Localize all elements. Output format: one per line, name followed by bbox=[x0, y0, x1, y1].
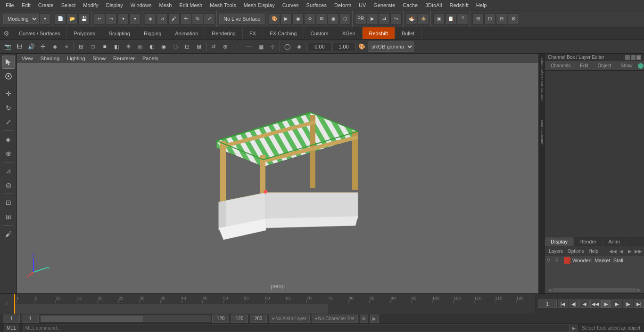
tab-polygons[interactable]: Polygons bbox=[67, 27, 102, 39]
render-view-btn[interactable]: 🖥 bbox=[316, 13, 327, 24]
range-slider[interactable] bbox=[41, 316, 211, 322]
light-btn[interactable]: ☀ bbox=[123, 41, 134, 52]
menu-mesh[interactable]: Mesh bbox=[155, 1, 175, 9]
tab-fx[interactable]: FX bbox=[243, 27, 263, 39]
menu-create[interactable]: Create bbox=[34, 1, 58, 9]
snap2-btn[interactable]: ◈ bbox=[49, 41, 60, 52]
pb-next-key-btn[interactable]: |▶ bbox=[623, 300, 633, 308]
pb-play-back-btn[interactable]: ◀◀ bbox=[590, 300, 601, 308]
rs-extra-btn[interactable]: ⇆ bbox=[390, 13, 402, 24]
layer-icon-4[interactable]: ▶▶ bbox=[635, 247, 642, 255]
loop-btn[interactable]: ↺ bbox=[208, 41, 219, 52]
solid-btn[interactable]: ■ bbox=[99, 41, 110, 52]
cb-maximize-btn[interactable] bbox=[631, 55, 636, 60]
bowl-btn[interactable]: 🍜 bbox=[406, 13, 417, 24]
menu-uv[interactable]: UV bbox=[355, 1, 370, 9]
cb-close-btn[interactable]: ✕ bbox=[636, 55, 641, 60]
layer-scroll-left[interactable]: ◀ bbox=[547, 287, 553, 292]
soft-select[interactable]: ◎ bbox=[2, 178, 15, 192]
undo-queue-btn[interactable]: ▾ bbox=[117, 13, 129, 24]
layer-color-swatch[interactable] bbox=[564, 257, 570, 264]
rs-log-btn[interactable]: 📋 bbox=[445, 13, 456, 24]
menu-edit-mesh[interactable]: Edit Mesh bbox=[175, 1, 206, 9]
gamma-selector[interactable]: sRGB gamma bbox=[368, 41, 414, 52]
scale-input[interactable]: 1.00 bbox=[332, 42, 355, 51]
layer-icon-1[interactable]: ◀◀ bbox=[609, 247, 617, 255]
menu-generate[interactable]: Generate bbox=[370, 1, 399, 9]
face-btn[interactable]: ▦ bbox=[255, 41, 266, 52]
tab-settings-gear[interactable]: ⚙ bbox=[0, 27, 12, 40]
layer-tab-render[interactable]: Render bbox=[574, 237, 603, 246]
tab-redshift[interactable]: Redshift bbox=[363, 27, 395, 39]
menu-3dtall[interactable]: 3DtoAll bbox=[421, 1, 446, 9]
pb-start-btn[interactable]: |◀ bbox=[558, 300, 568, 308]
menu-surfaces[interactable]: Surfaces bbox=[303, 1, 330, 9]
menu-file[interactable]: File bbox=[2, 1, 18, 9]
rotate-tool2[interactable]: ↻ bbox=[2, 101, 15, 114]
lasso-btn[interactable]: ⊿ bbox=[157, 13, 168, 24]
timeline-ruler-area[interactable]: 1 5 10 15 20 25 30 35 40 45 50 bbox=[14, 294, 536, 314]
move-tool2[interactable]: ✛ bbox=[2, 87, 15, 100]
layout-btn4[interactable]: ⊠ bbox=[508, 13, 519, 24]
extra-render2-btn[interactable]: ⬡ bbox=[339, 13, 351, 24]
extra-render-btn[interactable]: ◉ bbox=[328, 13, 339, 24]
layer-menu-layers[interactable]: Layers bbox=[547, 248, 565, 254]
rotate-input[interactable]: 0.00 bbox=[308, 42, 331, 51]
rs-render2-btn[interactable]: ⇉ bbox=[379, 13, 390, 24]
wire-btn[interactable]: □ bbox=[87, 41, 99, 52]
tab-fx-caching[interactable]: FX Caching bbox=[263, 27, 304, 39]
viewport[interactable]: View Shading Lighting Show Renderer Pane… bbox=[17, 54, 538, 293]
rs-render-btn[interactable]: ▶ bbox=[367, 13, 378, 24]
menu-mesh-tools[interactable]: Mesh Tools bbox=[206, 1, 239, 9]
open-scene-btn[interactable]: 📂 bbox=[66, 13, 78, 24]
render-seq-btn[interactable]: ▶ bbox=[281, 13, 292, 24]
layer-icon-3[interactable]: ▶ bbox=[626, 247, 634, 255]
layer-tab-display[interactable]: Display bbox=[545, 237, 574, 246]
extra3-btn[interactable]: ◈ bbox=[293, 41, 305, 52]
layer-menu-options[interactable]: Options bbox=[566, 248, 586, 254]
attribute-editor-side-tab[interactable]: Attribute Editor bbox=[539, 116, 545, 148]
workspace-selector[interactable]: Modeling bbox=[3, 14, 39, 24]
rs-help-btn[interactable]: ? bbox=[457, 13, 468, 24]
char-set-btn2[interactable]: ▶ bbox=[370, 315, 379, 323]
menu-mesh-display[interactable]: Mesh Display bbox=[240, 1, 279, 9]
render-current-btn[interactable]: 🎨 bbox=[269, 13, 280, 24]
tab-curves-surfaces[interactable]: Curves / Surfaces bbox=[12, 27, 67, 39]
select-tool-btn[interactable]: ◈ bbox=[145, 13, 156, 24]
tab-bullet[interactable]: Bullet bbox=[395, 27, 422, 39]
menu-cache[interactable]: Cache bbox=[399, 1, 421, 9]
layer-tab-anim[interactable]: Anim bbox=[603, 237, 626, 246]
range-end-input[interactable]: 120 bbox=[231, 315, 248, 323]
char-set-selector[interactable]: ▾ No Character Set bbox=[312, 315, 358, 323]
cb-minimize-btn[interactable] bbox=[625, 55, 630, 60]
vtx-btn[interactable]: · bbox=[231, 41, 243, 52]
pb-prev-frame-btn[interactable]: ◀ bbox=[579, 300, 590, 308]
frame-current-input[interactable]: 1 bbox=[22, 315, 39, 323]
sel-btn[interactable]: ⊕ bbox=[220, 41, 231, 52]
current-frame-input[interactable]: 1 bbox=[538, 300, 557, 308]
extra2-btn[interactable]: ◌ bbox=[170, 41, 181, 52]
render-settings-btn[interactable]: ⚙ bbox=[304, 13, 315, 24]
uvs-btn[interactable]: ⊹ bbox=[267, 41, 278, 52]
menu-display[interactable]: Display bbox=[102, 1, 127, 9]
menu-windows[interactable]: Windows bbox=[127, 1, 156, 9]
pivot-tool[interactable]: ⊕ bbox=[2, 147, 15, 160]
tex-btn[interactable]: ◧ bbox=[111, 41, 122, 52]
mel-input[interactable] bbox=[23, 324, 570, 332]
rs-light-btn[interactable]: ▣ bbox=[433, 13, 445, 24]
mel-label[interactable]: MEL bbox=[4, 324, 19, 332]
paint-select-btn[interactable]: 🖌 bbox=[168, 13, 180, 24]
select-tool[interactable] bbox=[2, 56, 15, 69]
scale-tool-btn[interactable]: ⤢ bbox=[204, 13, 215, 24]
subd2-btn[interactable]: ⊠ bbox=[193, 41, 205, 52]
workspace-options-btn[interactable]: ▾ bbox=[39, 13, 50, 24]
undo-btn[interactable]: ↩ bbox=[94, 13, 105, 24]
paint-tool[interactable]: 🖌 bbox=[2, 227, 15, 241]
grid-btn[interactable]: ⊞ bbox=[75, 41, 87, 52]
frame-start-input[interactable]: 1 bbox=[3, 315, 20, 323]
channel-box-side-tab[interactable]: Channel Box / Layer Editor bbox=[539, 54, 545, 106]
pb-prev-key-btn[interactable]: ◀| bbox=[569, 300, 579, 308]
layout-btn3[interactable]: ⊟ bbox=[496, 13, 507, 24]
xray-btn[interactable]: ◎ bbox=[134, 41, 146, 52]
snap-tool[interactable]: ◈ bbox=[2, 133, 15, 146]
